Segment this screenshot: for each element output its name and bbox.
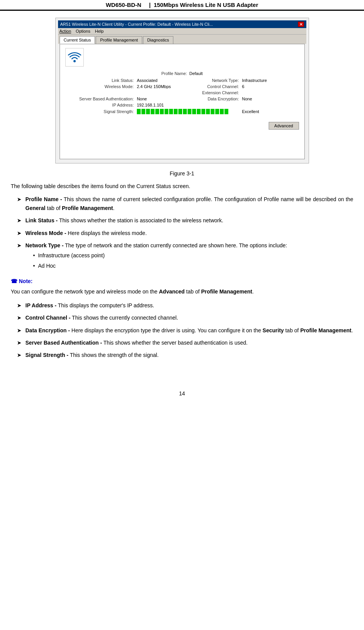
menu-options[interactable]: Options bbox=[76, 29, 90, 33]
note-label: ☎ Note: bbox=[11, 277, 353, 285]
ip-address-term: IP Address - bbox=[25, 302, 57, 308]
product-description: 150Mbps Wireless Lite N USB Adapter bbox=[154, 2, 258, 8]
ip-address-label: IP Address: bbox=[65, 102, 135, 108]
window-content: Profile Name: Default Link Status: Assoc… bbox=[60, 44, 305, 159]
bullet-data-encryption-text: Data Encryption - Here displays the encr… bbox=[25, 326, 353, 335]
data-encryption-term: Data Encryption - bbox=[25, 327, 70, 333]
signal-bar-16 bbox=[206, 109, 210, 114]
network-type-value: Infrastructure bbox=[240, 77, 299, 83]
tab-current-status[interactable]: Current Status bbox=[60, 36, 95, 44]
main-content: The following table describes the items … bbox=[0, 182, 364, 379]
wireless-mode-label: Wireless Mode: bbox=[65, 83, 135, 90]
menu-action[interactable]: Action bbox=[60, 29, 71, 33]
sub-bullet-adhoc: • Ad Hoc bbox=[33, 262, 353, 270]
profile-management-bold-2: Profile Management bbox=[201, 288, 252, 295]
arrow-icon-4: ➤ bbox=[11, 241, 22, 250]
bullet-server-auth-text: Server Based Authentication - This shows… bbox=[25, 338, 353, 347]
advanced-button[interactable]: Advanced bbox=[269, 122, 299, 130]
page-header: WD650-BD-N | 150Mbps Wireless Lite N USB… bbox=[0, 0, 364, 10]
note-title: Note: bbox=[19, 277, 33, 285]
extension-channel-label: Extension Channel: bbox=[182, 90, 240, 96]
bullet-data-encryption: ➤ Data Encryption - Here displays the en… bbox=[11, 326, 353, 335]
bullet-link-status-text: Link Status - This shows whether the sta… bbox=[25, 216, 353, 225]
signal-bar-8 bbox=[169, 109, 173, 114]
window-titlebar: AR51 Wireless Lite-N Client Utility - Cu… bbox=[58, 20, 306, 28]
icon-area bbox=[65, 48, 299, 67]
tab-diagnostics[interactable]: Diagnostics bbox=[143, 36, 173, 44]
signal-bar-1 bbox=[137, 109, 141, 114]
arrow-icon-5: ➤ bbox=[11, 301, 22, 310]
data-encryption-label: Data Encryption: bbox=[182, 96, 240, 102]
network-type-term: Network Type - bbox=[25, 242, 63, 248]
signal-bar-4 bbox=[151, 109, 155, 114]
profile-management-bold-1: Profile Management bbox=[62, 205, 113, 211]
link-status-label: Link Status: bbox=[65, 77, 135, 83]
signal-bar-3 bbox=[146, 109, 150, 114]
signal-bars bbox=[137, 109, 239, 114]
server-auth-term: Server Based Authentication - bbox=[25, 340, 102, 346]
arrow-icon-3: ➤ bbox=[11, 229, 22, 237]
server-auth-label: Server Based Authentication: bbox=[65, 96, 135, 102]
sub-dot-2: • bbox=[33, 262, 35, 270]
bullet-network-type-text: Network Type - The type of network and t… bbox=[25, 241, 353, 272]
link-status-term: Link Status - bbox=[25, 217, 58, 223]
server-auth-value: None bbox=[135, 96, 182, 102]
signal-strength-term: Signal Strength - bbox=[25, 352, 68, 358]
network-option-adhoc: Ad Hoc bbox=[38, 262, 56, 270]
profile-name-term: Profile Name - bbox=[25, 196, 62, 202]
bullet-wireless-mode: ➤ Wireless Mode - Here displays the wire… bbox=[11, 229, 353, 237]
menu-help[interactable]: Help bbox=[95, 29, 104, 33]
profile-name-value: Default bbox=[189, 71, 203, 76]
note-phone-icon: ☎ bbox=[11, 277, 17, 285]
bullet-profile-name-text: Profile Name - This shows the name of cu… bbox=[25, 195, 353, 212]
signal-bar-18 bbox=[215, 109, 219, 114]
signal-bar-7 bbox=[165, 109, 168, 114]
extension-channel-value bbox=[240, 90, 299, 96]
signal-bar-12 bbox=[188, 109, 191, 114]
ip-address-value: 192.168.1.101 bbox=[135, 102, 299, 108]
signal-bar-14 bbox=[197, 109, 201, 114]
page-number: 14 bbox=[0, 390, 364, 397]
tab-profile-management[interactable]: Profile Management bbox=[96, 36, 142, 44]
screenshot-container: AR51 Wireless Lite-N Client Utility - Cu… bbox=[55, 18, 309, 163]
link-status-value: Associated bbox=[135, 77, 182, 83]
arrow-icon-6: ➤ bbox=[11, 313, 22, 322]
signal-bar-6 bbox=[160, 109, 164, 114]
window-close-button[interactable]: ✕ bbox=[298, 22, 304, 27]
header-divider: | bbox=[149, 2, 151, 8]
signal-bar-10 bbox=[178, 109, 182, 114]
signal-bar-9 bbox=[174, 109, 178, 114]
profile-management-bold-3: Profile Management bbox=[300, 327, 351, 333]
signal-bar-11 bbox=[183, 109, 187, 114]
signal-bar-5 bbox=[155, 109, 159, 114]
bullet-server-auth: ➤ Server Based Authentication - This sho… bbox=[11, 338, 353, 347]
profile-name-label: Profile Name: bbox=[161, 71, 187, 76]
signal-strength-label: Signal Strength: bbox=[65, 108, 135, 115]
note-text: You can configure the network type and w… bbox=[11, 287, 353, 296]
control-channel-term: Control Channel - bbox=[25, 315, 70, 321]
bullet-signal-strength: ➤ Signal Strength - This shows the stren… bbox=[11, 351, 353, 359]
security-bold: Security bbox=[263, 327, 284, 333]
bullet-profile-name: ➤ Profile Name - This shows the name of … bbox=[11, 195, 353, 212]
model-number: WD650-BD-N bbox=[106, 2, 141, 8]
window-title: AR51 Wireless Lite-N Client Utility - Cu… bbox=[60, 22, 213, 27]
bullet-ip-address-text: IP Address - This displays the computer'… bbox=[25, 301, 353, 310]
wireless-mode-term: Wireless Mode - bbox=[25, 230, 66, 236]
network-option-infrastructure: Infrastructure (access point) bbox=[38, 251, 105, 260]
signal-bar-2 bbox=[141, 109, 145, 114]
info-table: Profile Name: Default Link Status: Assoc… bbox=[65, 70, 299, 115]
control-channel-label: Control Channel: bbox=[182, 83, 240, 90]
wifi-svg bbox=[68, 50, 81, 64]
tab-bar: Current Status Profile Management Diagno… bbox=[58, 35, 306, 44]
signal-bar-19 bbox=[220, 109, 224, 114]
intro-paragraph: The following table describes the items … bbox=[11, 182, 353, 190]
bullet-wireless-mode-text: Wireless Mode - Here displays the wirele… bbox=[25, 229, 353, 237]
bullet-signal-strength-text: Signal Strength - This shows the strengt… bbox=[25, 351, 353, 359]
signal-bar-15 bbox=[201, 109, 205, 114]
signal-bar-17 bbox=[211, 109, 214, 114]
sub-bullet-infrastructure: • Infrastructure (access point) bbox=[33, 251, 353, 260]
bullet-link-status: ➤ Link Status - This shows whether the s… bbox=[11, 216, 353, 225]
signal-quality-value: Excellent bbox=[240, 108, 299, 115]
advanced-bold: Advanced bbox=[159, 288, 185, 295]
arrow-icon-7: ➤ bbox=[11, 326, 22, 335]
